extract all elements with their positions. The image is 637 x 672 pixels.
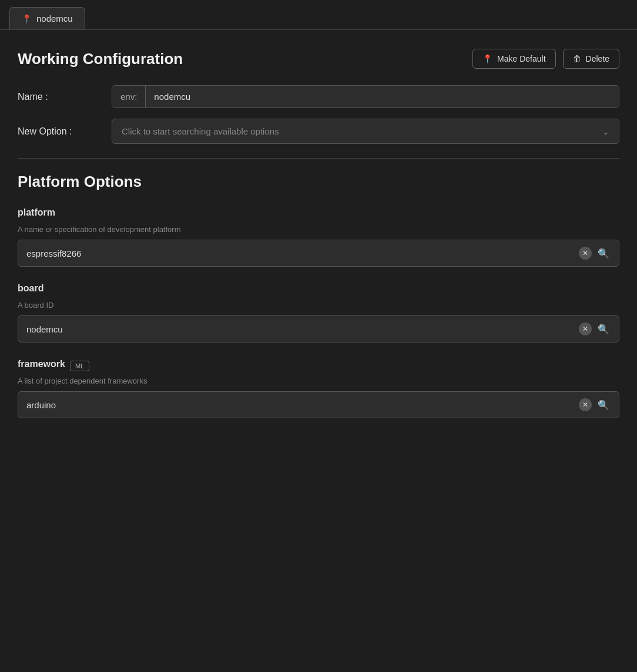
clear-button-platform[interactable]: ✕ (579, 247, 592, 260)
option-input-platform[interactable] (26, 248, 574, 258)
name-label: Name : (18, 92, 112, 102)
option-input-board[interactable] (26, 324, 574, 334)
make-default-button[interactable]: 📍 Make Default (472, 49, 555, 69)
tab-location-icon: 📍 (22, 14, 32, 23)
working-config-header: Working Configuration 📍 Make Default 🗑 D… (18, 49, 619, 69)
option-name-board: board (18, 283, 43, 294)
tab-label: nodemcu (36, 14, 73, 23)
new-option-select[interactable]: Click to start searching available optio… (112, 119, 619, 144)
search-button-platform[interactable]: 🔍 (596, 246, 611, 260)
option-input-framework[interactable] (26, 400, 574, 410)
delete-label: Delete (586, 54, 609, 63)
chevron-down-icon: ⌄ (602, 127, 609, 136)
option-input-wrapper-board: ✕🔍 (18, 315, 619, 342)
make-default-label: Make Default (497, 54, 545, 63)
name-input[interactable] (146, 86, 619, 107)
option-input-wrapper-framework: ✕🔍 (18, 391, 619, 418)
delete-icon: 🗑 (573, 54, 581, 63)
option-name-row-board: board (18, 283, 619, 297)
option-name-row-platform: platform (18, 207, 619, 221)
tab-nodemcu[interactable]: 📍 nodemcu (9, 7, 85, 29)
platform-options-container: platformA name or specification of devel… (18, 207, 619, 418)
search-button-board[interactable]: 🔍 (596, 322, 611, 336)
new-option-placeholder: Click to start searching available optio… (122, 126, 279, 136)
delete-button[interactable]: 🗑 Delete (563, 49, 619, 69)
option-input-wrapper-platform: ✕🔍 (18, 240, 619, 267)
tab-bar: 📍 nodemcu (0, 0, 637, 30)
option-badge-framework: ML (70, 361, 89, 371)
search-button-framework[interactable]: 🔍 (596, 398, 611, 412)
header-buttons: 📍 Make Default 🗑 Delete (472, 49, 619, 69)
name-prefix: env: (112, 86, 146, 107)
option-group-board: boardA board ID✕🔍 (18, 283, 619, 342)
clear-button-framework[interactable]: ✕ (579, 398, 592, 411)
option-desc-board: A board ID (18, 301, 619, 310)
name-field-row: Name : env: (18, 85, 619, 108)
option-group-framework: frameworkMLA list of project dependent f… (18, 359, 619, 418)
option-name-framework: framework (18, 359, 65, 369)
new-option-field-row: New Option : Click to start searching av… (18, 119, 619, 144)
working-config-title: Working Configuration (18, 50, 183, 68)
option-name-platform: platform (18, 207, 55, 218)
name-input-wrapper: env: (112, 85, 619, 108)
platform-options-title: Platform Options (18, 173, 619, 191)
main-content: Working Configuration 📍 Make Default 🗑 D… (0, 30, 637, 453)
divider (18, 158, 619, 159)
option-name-row-framework: frameworkML (18, 359, 619, 373)
new-option-label: New Option : (18, 126, 112, 137)
option-desc-framework: A list of project dependent frameworks (18, 377, 619, 385)
make-default-icon: 📍 (482, 54, 492, 63)
option-desc-platform: A name or specification of development p… (18, 225, 619, 234)
clear-button-board[interactable]: ✕ (579, 322, 592, 335)
option-group-platform: platformA name or specification of devel… (18, 207, 619, 267)
